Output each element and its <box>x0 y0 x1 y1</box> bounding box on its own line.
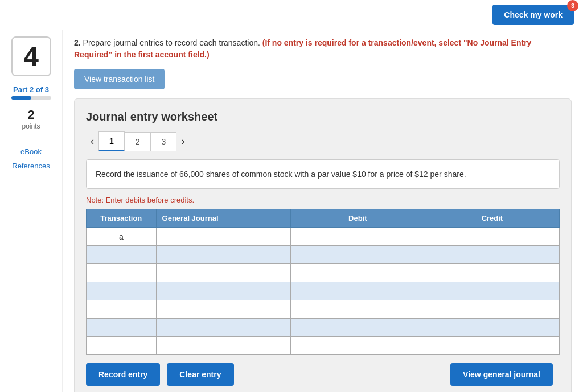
sidebar: 4 Part 2 of 3 2 points eBook References <box>0 30 63 392</box>
ebook-link[interactable]: eBook <box>20 147 42 156</box>
debit-input[interactable] <box>291 337 425 354</box>
general-journal-input[interactable] <box>157 264 290 282</box>
debit-cell[interactable] <box>290 337 425 355</box>
general-journal-input[interactable] <box>157 337 290 354</box>
transaction-cell <box>87 246 157 264</box>
divider <box>74 30 572 30</box>
debit-input[interactable] <box>291 264 425 282</box>
action-buttons: Record entry Clear entry View general jo… <box>86 363 560 386</box>
col-header-debit: Debit <box>290 209 425 228</box>
worksheet-title: Journal entry worksheet <box>86 110 560 123</box>
debit-input[interactable] <box>291 300 425 318</box>
progress-bar-fill <box>11 96 31 100</box>
general-journal-cell[interactable] <box>156 319 290 337</box>
points-number: 2 <box>27 108 34 122</box>
points-label: points <box>22 122 40 130</box>
table-row: a <box>87 228 560 246</box>
transaction-cell <box>87 337 157 355</box>
tab-2[interactable]: 2 <box>125 132 151 151</box>
tab-3[interactable]: 3 <box>151 132 177 151</box>
debit-cell[interactable] <box>290 319 425 337</box>
record-entry-button[interactable]: Record entry <box>86 363 160 386</box>
transaction-cell <box>87 264 157 282</box>
credit-cell[interactable] <box>425 319 559 337</box>
credit-input[interactable] <box>425 228 559 245</box>
general-journal-cell[interactable] <box>156 264 290 282</box>
instruction-text: 2. Prepare journal entries to record eac… <box>74 37 572 61</box>
debit-input[interactable] <box>291 319 425 336</box>
transaction-cell <box>87 300 157 319</box>
debit-cell[interactable] <box>290 300 425 319</box>
col-header-general-journal: General Journal <box>156 209 290 228</box>
credit-input[interactable] <box>425 319 559 336</box>
credit-cell[interactable] <box>425 337 559 355</box>
main-layout: 4 Part 2 of 3 2 points eBook References … <box>0 30 583 392</box>
transaction-cell <box>87 282 157 300</box>
general-journal-input[interactable] <box>157 282 290 300</box>
table-row <box>87 246 560 264</box>
general-journal-input[interactable] <box>157 228 290 245</box>
table-row <box>87 319 560 337</box>
general-journal-input[interactable] <box>157 246 290 263</box>
progress-bar-background <box>11 96 51 100</box>
part-label: Part 2 of 3 <box>13 85 49 94</box>
general-journal-input[interactable] <box>157 300 290 318</box>
debit-input[interactable] <box>291 246 425 263</box>
table-row <box>87 337 560 355</box>
table-row <box>87 282 560 300</box>
credit-cell[interactable] <box>425 264 559 282</box>
credit-input[interactable] <box>425 246 559 263</box>
general-journal-cell[interactable] <box>156 300 290 319</box>
credit-cell[interactable] <box>425 228 559 246</box>
general-journal-cell[interactable] <box>156 246 290 264</box>
credit-input[interactable] <box>425 300 559 318</box>
debit-input[interactable] <box>291 228 425 245</box>
transaction-cell: a <box>87 228 157 246</box>
general-journal-input[interactable] <box>157 319 290 336</box>
credit-cell[interactable] <box>425 246 559 264</box>
journal-table: Transaction General Journal Debit Credit… <box>86 209 560 355</box>
check-my-work-button[interactable]: Check my work 3 <box>492 5 574 25</box>
check-btn-label: Check my work <box>504 10 563 19</box>
notification-badge: 3 <box>567 0 578 11</box>
debit-cell[interactable] <box>290 228 425 246</box>
tab-1[interactable]: 1 <box>98 131 125 151</box>
credit-cell[interactable] <box>425 300 559 319</box>
references-link[interactable]: References <box>12 162 50 170</box>
view-general-journal-button[interactable]: View general journal <box>450 363 553 386</box>
general-journal-cell[interactable] <box>156 337 290 355</box>
debit-cell[interactable] <box>290 264 425 282</box>
credit-input[interactable] <box>425 282 559 300</box>
tab-next-arrow[interactable]: › <box>176 133 189 150</box>
debit-cell[interactable] <box>290 246 425 264</box>
transaction-cell <box>87 319 157 337</box>
journal-entry-worksheet: Journal entry worksheet ‹ 1 2 3 › Record… <box>74 98 572 392</box>
credit-cell[interactable] <box>425 282 559 300</box>
instruction-number: 2. <box>74 38 81 47</box>
top-bar: Check my work 3 <box>0 0 583 30</box>
col-header-transaction: Transaction <box>87 209 157 228</box>
credit-input[interactable] <box>425 264 559 282</box>
transaction-description: Record the issuance of 66,000 shares of … <box>86 159 560 189</box>
content-area: 2. Prepare journal entries to record eac… <box>63 30 583 392</box>
view-transaction-list-button[interactable]: View transaction list <box>74 69 165 89</box>
debit-input[interactable] <box>291 282 425 300</box>
credit-input[interactable] <box>425 337 559 354</box>
col-header-credit: Credit <box>425 209 559 228</box>
tab-prev-arrow[interactable]: ‹ <box>86 133 98 150</box>
tab-navigation: ‹ 1 2 3 › <box>86 131 560 151</box>
general-journal-cell[interactable] <box>156 282 290 300</box>
table-row <box>87 264 560 282</box>
note-text: Note: Enter debits before credits. <box>86 196 560 204</box>
table-row <box>87 300 560 319</box>
general-journal-cell[interactable] <box>156 228 290 246</box>
clear-entry-button[interactable]: Clear entry <box>167 363 233 386</box>
debit-cell[interactable] <box>290 282 425 300</box>
step-number: 4 <box>11 36 51 76</box>
instruction-body: Prepare journal entries to record each t… <box>83 38 260 47</box>
